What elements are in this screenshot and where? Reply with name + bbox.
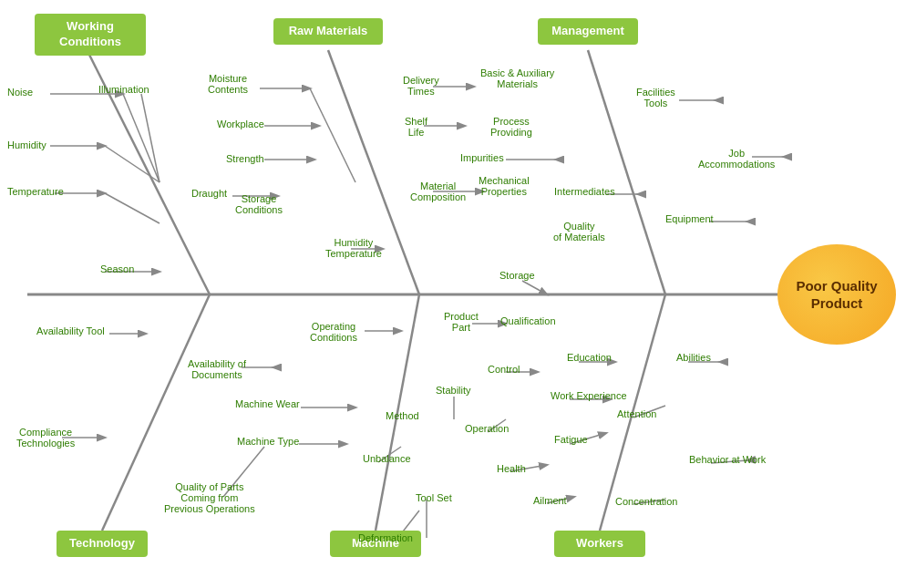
svg-line-29 bbox=[522, 281, 547, 294]
box-technology: Technology bbox=[57, 531, 148, 557]
svg-line-51 bbox=[711, 460, 747, 463]
svg-line-6 bbox=[600, 294, 665, 531]
svg-line-5 bbox=[376, 294, 419, 531]
box-working-conditions: Working Conditions bbox=[35, 14, 146, 56]
svg-line-8 bbox=[123, 94, 160, 182]
effect-label: Poor Quality Product bbox=[777, 277, 896, 313]
svg-line-52 bbox=[633, 500, 665, 504]
svg-line-13 bbox=[105, 193, 160, 223]
svg-line-3 bbox=[588, 50, 665, 294]
box-machine: Machine bbox=[330, 531, 421, 557]
svg-line-4 bbox=[102, 294, 210, 531]
svg-line-49 bbox=[510, 465, 547, 471]
svg-line-41 bbox=[488, 419, 506, 432]
svg-line-48 bbox=[570, 433, 606, 444]
svg-line-33 bbox=[223, 447, 264, 497]
svg-line-9 bbox=[141, 94, 160, 182]
box-raw-materials: Raw Materials bbox=[273, 18, 383, 45]
effect-circle: Poor Quality Product bbox=[777, 244, 896, 345]
box-workers: Workers bbox=[554, 531, 645, 557]
svg-line-2 bbox=[328, 50, 419, 294]
svg-line-50 bbox=[547, 497, 574, 503]
svg-line-47 bbox=[633, 406, 665, 418]
box-management: Management bbox=[538, 18, 638, 45]
svg-line-1 bbox=[89, 55, 210, 294]
